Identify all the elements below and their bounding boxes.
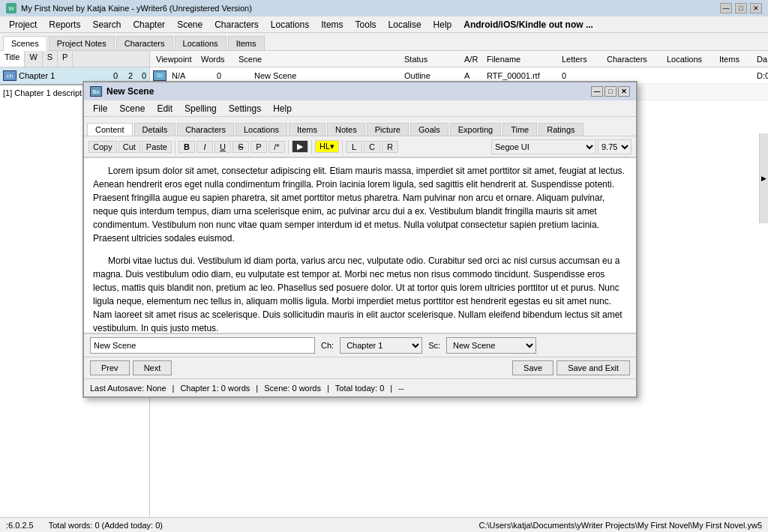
new-scene-modal: Sc New Scene — □ ✕ File Scene Edit Spell… [82, 81, 638, 398]
modal-tab-items[interactable]: Items [289, 123, 326, 136]
modal-tab-time[interactable]: Time [502, 123, 537, 136]
modal-menu-help[interactable]: Help [267, 103, 298, 115]
chapter-label: Ch: [321, 341, 334, 350]
scene-words-status: Scene: 0 words [264, 384, 321, 393]
main-status-bar: :6.0.2.5 Total words: 0 (Added today: 0)… [0, 517, 768, 532]
toolbar-align-right[interactable]: R [382, 141, 398, 153]
modal-tab-goals[interactable]: Goals [410, 123, 448, 136]
scene-dropdown[interactable]: New Scene [446, 337, 536, 354]
editor-para-2: Morbi vitae luctus dui. Vestibulum id di… [93, 254, 627, 333]
total-today-status: Total today: 0 [335, 384, 384, 393]
size-select[interactable]: 9.75 [598, 139, 632, 154]
toolbar-bold[interactable]: B [178, 141, 195, 153]
toolbar-underline[interactable]: U [214, 141, 231, 153]
toolbar-copy[interactable]: Copy [88, 141, 117, 153]
chapter-words-status: Chapter 1: 0 words [180, 384, 250, 393]
separator-2: | [256, 384, 258, 393]
separator-1: | [172, 384, 175, 393]
extra-status: -- [398, 384, 404, 393]
toolbar-separator-3 [311, 140, 312, 154]
toolbar-paste[interactable]: Paste [142, 141, 172, 153]
save-button[interactable]: Save [512, 360, 554, 375]
modal-maximize[interactable]: □ [604, 86, 616, 97]
modal-close[interactable]: ✕ [618, 86, 630, 97]
modal-menu-scene[interactable]: Scene [113, 103, 151, 115]
modal-menu-settings[interactable]: Settings [223, 103, 267, 115]
modal-tab-content[interactable]: Content [87, 123, 133, 136]
modal-tab-details[interactable]: Details [134, 123, 176, 136]
modal-menu-file[interactable]: File [87, 103, 113, 115]
modal-minimize[interactable]: — [591, 86, 603, 97]
modal-tab-picture[interactable]: Picture [367, 123, 409, 136]
modal-menu-spelling[interactable]: Spelling [178, 103, 223, 115]
font-select[interactable]: Segoe UI [491, 139, 596, 154]
modal-tab-locations[interactable]: Locations [236, 123, 287, 136]
modal-tab-notes[interactable]: Notes [327, 123, 365, 136]
modal-overlay: Sc New Scene — □ ✕ File Scene Edit Spell… [0, 0, 768, 532]
toolbar-p[interactable]: P [250, 141, 267, 153]
editor-area[interactable]: Lorem ipsum dolor sit amet, consectetur … [84, 157, 636, 333]
scene-label: Sc: [428, 341, 440, 350]
toolbar-comment[interactable]: /* [268, 141, 285, 153]
version-label: :6.0.2.5 [6, 521, 34, 530]
save-exit-button[interactable]: Save and Exit [556, 360, 630, 375]
modal-title: New Scene [106, 86, 154, 97]
modal-tab-ratings[interactable]: Ratings [538, 123, 583, 136]
toolbar-highlight[interactable]: HL▾ [315, 140, 339, 153]
modal-status-bar: Last Autosave: None | Chapter 1: 0 words… [84, 378, 636, 396]
toolbar-play[interactable]: ▶ [292, 140, 308, 153]
toolbar-strikethrough[interactable]: S [232, 141, 249, 153]
modal-title-bar: Sc New Scene — □ ✕ [84, 82, 636, 100]
toolbar-cut[interactable]: Cut [118, 141, 140, 153]
next-button[interactable]: Next [133, 360, 172, 375]
toolbar-italic[interactable]: I [196, 141, 213, 153]
toolbar-separator-2 [288, 140, 289, 154]
toolbar-align-center[interactable]: C [364, 141, 380, 153]
modal-bottom-bar: Ch: Chapter 1 Sc: New Scene [84, 333, 636, 357]
total-words-label: Total words: 0 (Added today: 0) [49, 521, 163, 530]
navigation-area: Prev Next Save Save and Exit [84, 357, 636, 378]
modal-tabs: Content Details Characters Locations Ite… [84, 117, 636, 136]
file-path-label: C:\Users\katja\Documents\yWriter Project… [478, 521, 762, 530]
editor-para-1: Lorem ipsum dolor sit amet, consectetur … [93, 164, 627, 245]
modal-menu-edit[interactable]: Edit [151, 103, 178, 115]
scene-name-input[interactable] [90, 337, 315, 354]
separator-3: | [327, 384, 329, 393]
toolbar-align-left[interactable]: L [346, 141, 362, 153]
chapter-dropdown[interactable]: Chapter 1 [340, 337, 422, 354]
modal-menu: File Scene Edit Spelling Settings Help [84, 100, 636, 117]
prev-button[interactable]: Prev [90, 360, 130, 375]
toolbar-separator-4 [342, 140, 343, 154]
autosave-status: Last Autosave: None [90, 384, 166, 393]
separator-4: | [390, 384, 392, 393]
modal-scene-icon: Sc [90, 86, 102, 97]
modal-tab-characters[interactable]: Characters [177, 123, 234, 136]
toolbar-separator-1 [175, 140, 176, 154]
modal-tab-exporting[interactable]: Exporting [450, 123, 501, 136]
editor-toolbar: Copy Cut Paste B I U S P /* ▶ HL▾ L C R … [84, 136, 636, 157]
